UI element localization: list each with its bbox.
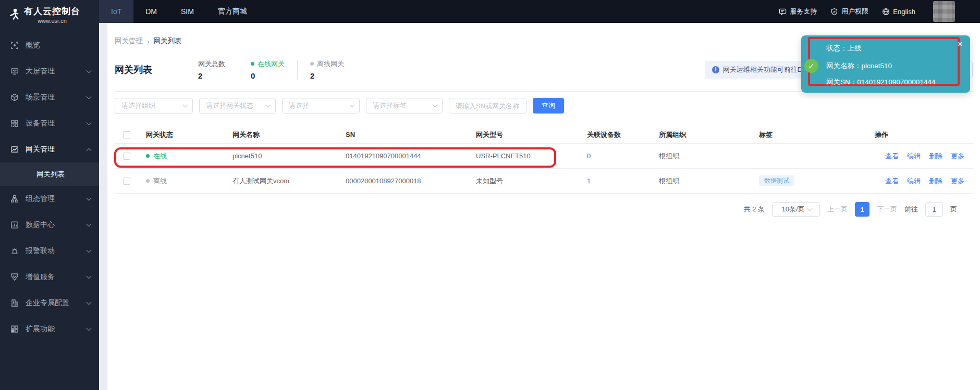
status-badge: 在线	[146, 152, 232, 161]
col-tags: 标签	[759, 130, 875, 140]
chevron-down-icon	[807, 206, 812, 211]
nav-link-label: 服务支持	[790, 7, 817, 16]
col-sn: SN	[346, 131, 476, 139]
query-button[interactable]: 查询	[533, 98, 564, 114]
row-checkbox[interactable]	[123, 153, 130, 160]
extension-icon	[10, 325, 19, 333]
datacenter-icon	[10, 221, 19, 229]
gateway-model: 未知型号	[476, 177, 587, 186]
status-badge: 离线	[146, 177, 232, 186]
sidebar-item-value-added-services[interactable]: 增值服务	[0, 264, 99, 290]
config-icon	[10, 195, 19, 203]
device-icon	[10, 119, 19, 128]
sidebar-item-overview[interactable]: 概览	[0, 32, 99, 58]
tab-official-store[interactable]: 官方商城	[206, 0, 259, 23]
topnav-tabs: IoT DM SIM 官方商城	[99, 0, 259, 23]
stat-label: 网关总数	[198, 59, 225, 69]
sidebar-item-label: 场景管理	[26, 93, 87, 102]
sidebar-item-screen-mgmt[interactable]: 大屏管理	[0, 58, 99, 84]
online-dot-icon	[251, 62, 254, 66]
tab-label: IoT	[111, 7, 121, 16]
next-page-button[interactable]: 下一页	[877, 205, 897, 214]
sidebar: 有人云控制台 www.usr.cn 概览 大屏管理 场景管理 设备管理 网关管理	[0, 0, 99, 390]
org-name: 根组织	[659, 177, 759, 186]
topnav-right: 服务支持 用户权限 English	[779, 0, 980, 23]
prev-page-button[interactable]: 上一页	[827, 205, 848, 214]
sidebar-item-data-center[interactable]: 数据中心	[0, 212, 99, 238]
linked-devices-count: 0	[587, 152, 659, 160]
vas-icon	[10, 273, 19, 281]
nav-link-label: 用户权限	[841, 7, 868, 16]
sidebar-item-label: 增值服务	[26, 272, 87, 282]
user-permissions-link[interactable]: 用户权限	[830, 7, 868, 16]
col-gateway-model: 网关型号	[476, 130, 587, 140]
goto-page-input[interactable]	[925, 202, 943, 217]
sn-or-name-search-input[interactable]	[449, 98, 526, 114]
sidebar-item-label: 企业专属配置	[26, 298, 87, 308]
tag-select[interactable]: 请选择标签	[366, 98, 443, 114]
sidebar-item-device-mgmt[interactable]: 设备管理	[0, 110, 99, 136]
breadcrumb-current: 网关列表	[154, 36, 182, 46]
breadcrumb-parent[interactable]: 网关管理	[115, 36, 143, 46]
chat-icon	[779, 8, 787, 16]
more-link[interactable]: 更多	[951, 152, 964, 161]
sidebar-subitem-gateway-list[interactable]: 网关列表	[0, 162, 99, 186]
topbar: IoT DM SIM 官方商城 服务支持 用户权限 English	[99, 0, 980, 23]
gateway-stats: 网关总数 2 在线网关 0 离线网关 2	[198, 59, 344, 80]
view-link[interactable]: 查看	[885, 177, 899, 186]
sidebar-item-label: 数据中心	[26, 220, 87, 230]
sidebar-item-label: 概览	[26, 41, 91, 50]
table-row: 在线 plcnet510 01401921090700001444 USR-PL…	[115, 144, 973, 169]
edit-link[interactable]: 编辑	[907, 177, 921, 186]
sidebar-item-label: 报警联动	[26, 246, 87, 256]
select-all-checkbox[interactable]	[123, 131, 130, 139]
page-size-select[interactable]: 10条/页	[772, 202, 820, 217]
tab-dm[interactable]: DM	[133, 0, 169, 23]
sidebar-item-config-mgmt[interactable]: 组态管理	[0, 186, 99, 212]
linked-devices-count[interactable]: 1	[587, 177, 659, 185]
language-switch-link[interactable]: English	[882, 8, 915, 16]
sidebar-item-scene-mgmt[interactable]: 场景管理	[0, 84, 99, 110]
sidebar-item-extensions[interactable]: 扩展功能	[0, 316, 99, 342]
gateway-name: plcnet510	[232, 152, 346, 160]
view-link[interactable]: 查看	[885, 152, 899, 161]
row-checkbox[interactable]	[123, 178, 130, 185]
tab-iot[interactable]: IoT	[99, 0, 133, 23]
col-gateway-status: 网关状态	[146, 130, 232, 140]
stat-value: 2	[198, 71, 225, 80]
overview-icon	[10, 41, 19, 49]
sidebar-item-enterprise-config[interactable]: 企业专属配置	[0, 290, 99, 316]
close-icon[interactable]: ×	[958, 40, 963, 48]
pagination: 共 2 条 10条/页 上一页 1 下一页 前往 页	[115, 202, 973, 217]
avatar[interactable]	[933, 1, 955, 22]
model-select[interactable]: 请选择	[282, 98, 360, 114]
screen-icon	[10, 67, 19, 76]
stat-offline-gateways: 离线网关 2	[310, 59, 344, 80]
sidebar-item-gateway-mgmt[interactable]: 网关管理	[0, 136, 99, 162]
gateway-online-toast: ✓ 状态：上线 网关名称：plcnet510 网关SN：014019210907…	[801, 35, 970, 93]
delete-link[interactable]: 删除	[929, 152, 942, 161]
chevron-down-icon	[87, 68, 92, 73]
online-dot-icon	[146, 154, 150, 158]
sidebar-item-alarm-linkage[interactable]: 报警联动	[0, 238, 99, 264]
goto-label: 前往	[904, 205, 918, 214]
shield-icon	[830, 8, 838, 16]
more-link[interactable]: 更多	[951, 177, 964, 186]
tag-cell: 数据测试	[759, 177, 875, 185]
page-number-1[interactable]: 1	[855, 202, 869, 217]
chevron-down-icon	[87, 222, 92, 227]
success-check-icon: ✓	[804, 59, 818, 73]
stat-label: 离线网关	[310, 59, 344, 69]
edit-link[interactable]: 编辑	[907, 152, 921, 161]
tab-sim[interactable]: SIM	[169, 0, 206, 23]
gateway-sn: 01401921090700001444	[346, 152, 476, 160]
delete-link[interactable]: 删除	[929, 177, 942, 186]
service-support-link[interactable]: 服务支持	[779, 7, 817, 16]
org-select[interactable]: 请选择组织	[115, 98, 193, 114]
brand-logo[interactable]: 有人云控制台 www.usr.cn	[0, 0, 99, 29]
nav-link-label: English	[893, 8, 915, 16]
content-gutter	[99, 23, 107, 390]
gateway-status-select[interactable]: 请选择网关状态	[199, 98, 276, 114]
sidebar-subitem-label: 网关列表	[36, 170, 65, 179]
page-title: 网关列表	[115, 64, 152, 76]
